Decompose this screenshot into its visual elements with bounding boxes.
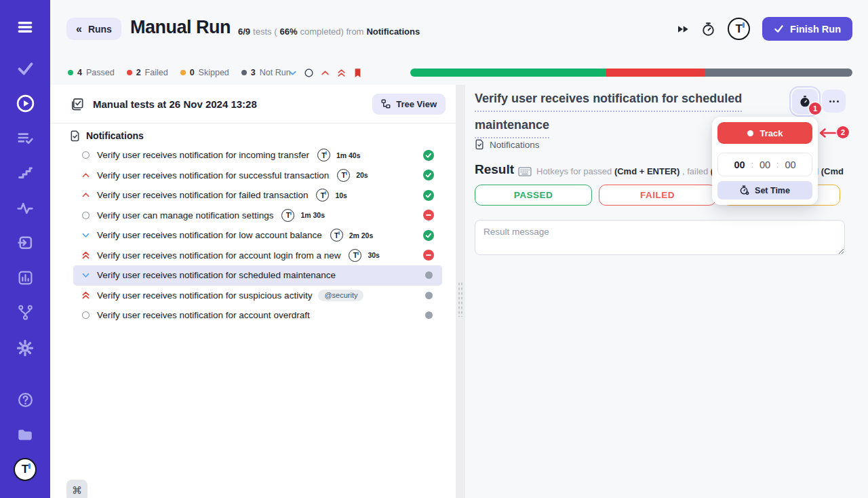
suite-group[interactable]: Notifications: [70, 127, 144, 145]
priority-high-icon: [80, 190, 91, 200]
set-time-button[interactable]: Set Time: [717, 181, 812, 199]
annotation-badge-1: 1: [809, 102, 821, 115]
finish-run-label: Finish Run: [790, 24, 841, 35]
result-message-input[interactable]: [475, 220, 845, 255]
annotation-arrow-icon: [818, 128, 838, 138]
panel-resize-handle[interactable]: [456, 85, 465, 498]
testomat-badge-icon: T: [337, 169, 350, 182]
tests-panel: Manual tests at 26 Nov 2024 13:28 Tree V…: [50, 85, 456, 498]
chevron-up-filter-icon[interactable]: [319, 67, 331, 79]
test-title: Verify user receives notification for in…: [97, 150, 309, 160]
status-notrun-icon: [423, 292, 434, 299]
test-row[interactable]: Verify user receives notification for su…: [73, 166, 442, 186]
sidebar-item-list-check-icon[interactable]: [0, 129, 50, 147]
fast-forward-icon[interactable]: [677, 25, 689, 33]
chevron-down-filter-icon[interactable]: [287, 67, 298, 79]
sidebar-item-runs-check-icon[interactable]: [0, 59, 50, 77]
test-title: Verify user receives notification for ac…: [97, 310, 310, 320]
stat-passed: 4Passed: [68, 68, 115, 77]
testomat-logo-icon[interactable]: T: [728, 18, 750, 40]
status-notrun-icon: [423, 271, 434, 279]
drag-grip-icon: [458, 282, 463, 317]
bookmark-filter-icon[interactable]: [352, 67, 363, 79]
status-counts: 4Passed2Failed0Skipped3Not Run: [68, 68, 291, 77]
test-title: Verify user receives notification for sc…: [97, 270, 336, 280]
help-icon: [17, 391, 34, 408]
document-check-icon: [70, 130, 80, 142]
sidebar-item-testomat-logo[interactable]: T: [0, 458, 50, 481]
track-label: Track: [760, 128, 783, 138]
sidebar-item-branch-icon[interactable]: [0, 304, 50, 321]
minutes-value[interactable]: 00: [760, 159, 770, 170]
stat-skipped: 0Skipped: [180, 68, 229, 77]
branch-icon: [17, 304, 34, 321]
sidebar-item-settings-gear-icon[interactable]: [0, 339, 50, 357]
sidebar-item-analytics-icon[interactable]: [0, 269, 50, 286]
tree-view-button[interactable]: Tree View: [372, 94, 446, 115]
status-dot-icon: [241, 70, 247, 75]
seconds-value[interactable]: 00: [785, 159, 795, 170]
back-to-runs-button[interactable]: « Runs: [66, 18, 121, 40]
steps-icon: [17, 164, 33, 180]
test-title: Verify user receives notification for fa…: [97, 190, 308, 200]
hours-value[interactable]: 00: [734, 159, 745, 170]
test-duration: 2m 20s: [349, 231, 374, 240]
status-filters: [287, 67, 363, 78]
testomat-badge-icon: T: [281, 209, 294, 222]
test-title: Verify user can manage notification sett…: [97, 210, 273, 221]
status-passed-icon: [423, 230, 434, 241]
status-passed-icon: [423, 150, 434, 161]
tree-view-label: Tree View: [396, 99, 437, 109]
test-duration: 10s: [335, 191, 347, 199]
failed-button[interactable]: FAILED: [599, 185, 716, 206]
test-row[interactable]: Verify user receives notification for sc…: [73, 265, 442, 286]
test-row[interactable]: Verify user receives notification for ac…: [73, 305, 442, 326]
command-shortcut-button[interactable]: ⌘: [66, 480, 87, 498]
run-subtitle: 6/9 tests ( 66% completed) from Notifica…: [238, 26, 420, 37]
test-row[interactable]: Verify user receives notification for su…: [73, 286, 442, 306]
test-list: Verify user receives notification for in…: [50, 145, 456, 326]
test-row[interactable]: Verify user receives notification for fa…: [73, 185, 442, 206]
time-input[interactable]: 00 : 00 : 00: [717, 153, 812, 176]
timer-icon[interactable]: [701, 22, 715, 37]
passed-button[interactable]: PASSED: [475, 185, 592, 206]
test-row[interactable]: Verify user receives notification for in…: [73, 145, 442, 166]
sidebar-item-menu-icon[interactable]: [0, 18, 50, 36]
completed-percent: 66%: [279, 26, 297, 37]
sidebar-item-play-circle-icon[interactable]: [0, 94, 50, 113]
sidebar-item-pulse-icon[interactable]: [0, 199, 50, 217]
test-tag: @security: [318, 290, 363, 301]
sidebar-item-login-icon[interactable]: [0, 234, 50, 251]
testomat-badge-icon: T: [316, 189, 329, 202]
check-icon: [774, 24, 784, 34]
circle-filter-icon[interactable]: [303, 67, 315, 79]
testomat-badge-icon: T: [330, 229, 343, 242]
test-row[interactable]: Verify user can manage notification sett…: [73, 206, 442, 226]
app-screen: T « Runs Manual Run 6/9 tests ( 66% comp…: [0, 0, 868, 498]
test-row[interactable]: Verify user receives notification for ac…: [73, 246, 442, 266]
double-chevron-up-filter-icon[interactable]: [336, 67, 347, 79]
page-title: Manual Run: [130, 17, 231, 38]
login-icon: [17, 234, 34, 251]
track-button[interactable]: Track: [717, 122, 812, 144]
runs-check-icon: [16, 59, 35, 77]
progress-segment-passed: [410, 69, 606, 77]
status-dot-icon: [127, 70, 132, 75]
breadcrumb[interactable]: Notifications: [475, 139, 540, 150]
run-name: Manual tests at 26 Nov 2024 13:28: [93, 98, 257, 110]
status-dot-icon: [68, 70, 73, 75]
menu-icon: [16, 18, 34, 36]
test-row[interactable]: Verify user receives notification for lo…: [73, 225, 442, 246]
sidebar-item-help-icon[interactable]: [0, 391, 50, 408]
priority-high-icon: [80, 170, 91, 180]
sidebar-item-steps-icon[interactable]: [0, 164, 50, 180]
sidebar-item-projects-folder-icon[interactable]: [0, 426, 50, 444]
run-progress-bar[interactable]: [410, 69, 852, 77]
test-title: Verify user receives notification for lo…: [97, 230, 322, 240]
testomat-logo-icon: T: [14, 458, 37, 481]
result-heading: Result: [475, 162, 514, 177]
finish-run-button[interactable]: Finish Run: [762, 17, 852, 41]
test-title: Verify user receives notification for su…: [97, 290, 312, 301]
more-options-button[interactable]: [822, 90, 846, 113]
progress-segment-notrun: [705, 69, 852, 77]
